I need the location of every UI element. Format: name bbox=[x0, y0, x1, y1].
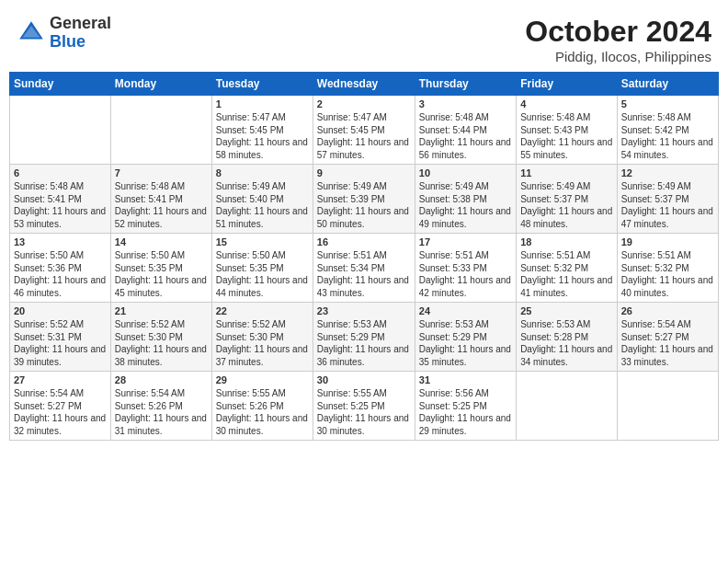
calendar-cell: 23Sunrise: 5:53 AM Sunset: 5:29 PM Dayli… bbox=[313, 303, 415, 372]
day-number: 3 bbox=[419, 98, 512, 109]
calendar-cell: 18Sunrise: 5:51 AM Sunset: 5:32 PM Dayli… bbox=[517, 234, 618, 303]
day-info: Sunrise: 5:48 AM Sunset: 5:43 PM Dayligh… bbox=[520, 111, 613, 161]
day-number: 18 bbox=[520, 236, 613, 247]
day-number: 31 bbox=[419, 374, 512, 385]
calendar-week-row: 20Sunrise: 5:52 AM Sunset: 5:31 PM Dayli… bbox=[10, 303, 719, 372]
day-number: 6 bbox=[14, 167, 107, 178]
calendar-cell: 10Sunrise: 5:49 AM Sunset: 5:38 PM Dayli… bbox=[415, 165, 516, 234]
logo: General Blue bbox=[17, 15, 111, 52]
day-number: 28 bbox=[115, 374, 208, 385]
day-number: 20 bbox=[14, 305, 107, 316]
calendar-cell bbox=[517, 372, 618, 441]
day-info: Sunrise: 5:55 AM Sunset: 5:26 PM Dayligh… bbox=[216, 387, 309, 437]
calendar-cell: 27Sunrise: 5:54 AM Sunset: 5:27 PM Dayli… bbox=[10, 372, 111, 441]
calendar-week-row: 1Sunrise: 5:47 AM Sunset: 5:45 PM Daylig… bbox=[10, 96, 719, 165]
calendar-cell: 22Sunrise: 5:52 AM Sunset: 5:30 PM Dayli… bbox=[211, 303, 313, 372]
day-number: 22 bbox=[216, 305, 309, 316]
page-header: General Blue October 2024 Piddig, Ilocos… bbox=[9, 9, 719, 64]
day-number: 23 bbox=[317, 305, 411, 316]
calendar-cell: 3Sunrise: 5:48 AM Sunset: 5:44 PM Daylig… bbox=[415, 96, 516, 165]
day-number: 10 bbox=[419, 167, 512, 178]
day-info: Sunrise: 5:55 AM Sunset: 5:25 PM Dayligh… bbox=[317, 387, 411, 437]
day-info: Sunrise: 5:51 AM Sunset: 5:33 PM Dayligh… bbox=[419, 249, 512, 299]
day-number: 27 bbox=[14, 374, 107, 385]
day-number: 1 bbox=[216, 98, 309, 109]
day-info: Sunrise: 5:54 AM Sunset: 5:27 PM Dayligh… bbox=[14, 387, 107, 437]
day-number: 15 bbox=[216, 236, 309, 247]
day-info: Sunrise: 5:51 AM Sunset: 5:34 PM Dayligh… bbox=[317, 249, 411, 299]
calendar-cell bbox=[617, 372, 718, 441]
day-number: 16 bbox=[317, 236, 411, 247]
day-info: Sunrise: 5:52 AM Sunset: 5:30 PM Dayligh… bbox=[216, 318, 309, 368]
calendar-cell: 8Sunrise: 5:49 AM Sunset: 5:40 PM Daylig… bbox=[211, 165, 313, 234]
title-block: October 2024 Piddig, Ilocos, Philippines bbox=[525, 15, 711, 64]
calendar-cell: 21Sunrise: 5:52 AM Sunset: 5:30 PM Dayli… bbox=[110, 303, 211, 372]
calendar-cell: 16Sunrise: 5:51 AM Sunset: 5:34 PM Dayli… bbox=[313, 234, 415, 303]
logo-general: General bbox=[50, 15, 111, 33]
day-info: Sunrise: 5:47 AM Sunset: 5:45 PM Dayligh… bbox=[317, 111, 411, 161]
day-header-tuesday: Tuesday bbox=[211, 73, 313, 96]
day-number: 13 bbox=[14, 236, 107, 247]
day-header-thursday: Thursday bbox=[415, 73, 516, 96]
day-info: Sunrise: 5:49 AM Sunset: 5:38 PM Dayligh… bbox=[419, 180, 512, 230]
day-number: 2 bbox=[317, 98, 411, 109]
day-info: Sunrise: 5:48 AM Sunset: 5:41 PM Dayligh… bbox=[115, 180, 208, 230]
day-info: Sunrise: 5:54 AM Sunset: 5:26 PM Dayligh… bbox=[115, 387, 208, 437]
day-number: 30 bbox=[317, 374, 411, 385]
logo-text: General Blue bbox=[50, 15, 111, 52]
day-header-wednesday: Wednesday bbox=[313, 73, 415, 96]
calendar-cell: 31Sunrise: 5:56 AM Sunset: 5:25 PM Dayli… bbox=[415, 372, 516, 441]
day-number: 25 bbox=[520, 305, 613, 316]
calendar-cell: 12Sunrise: 5:49 AM Sunset: 5:37 PM Dayli… bbox=[617, 165, 718, 234]
day-number: 11 bbox=[520, 167, 613, 178]
location: Piddig, Ilocos, Philippines bbox=[525, 49, 711, 64]
day-number: 29 bbox=[216, 374, 309, 385]
calendar-cell: 25Sunrise: 5:53 AM Sunset: 5:28 PM Dayli… bbox=[517, 303, 618, 372]
day-header-sunday: Sunday bbox=[10, 73, 111, 96]
calendar-cell: 20Sunrise: 5:52 AM Sunset: 5:31 PM Dayli… bbox=[10, 303, 111, 372]
calendar-cell: 17Sunrise: 5:51 AM Sunset: 5:33 PM Dayli… bbox=[415, 234, 516, 303]
day-info: Sunrise: 5:50 AM Sunset: 5:35 PM Dayligh… bbox=[115, 249, 208, 299]
logo-icon bbox=[17, 18, 46, 48]
calendar-cell: 11Sunrise: 5:49 AM Sunset: 5:37 PM Dayli… bbox=[517, 165, 618, 234]
month-title: October 2024 bbox=[525, 15, 711, 49]
day-info: Sunrise: 5:49 AM Sunset: 5:37 PM Dayligh… bbox=[520, 180, 613, 230]
day-header-monday: Monday bbox=[110, 73, 211, 96]
calendar-cell: 2Sunrise: 5:47 AM Sunset: 5:45 PM Daylig… bbox=[313, 96, 415, 165]
day-info: Sunrise: 5:47 AM Sunset: 5:45 PM Dayligh… bbox=[216, 111, 309, 161]
day-number: 12 bbox=[621, 167, 714, 178]
calendar-cell: 24Sunrise: 5:53 AM Sunset: 5:29 PM Dayli… bbox=[415, 303, 516, 372]
day-info: Sunrise: 5:49 AM Sunset: 5:37 PM Dayligh… bbox=[621, 180, 714, 230]
day-number: 21 bbox=[115, 305, 208, 316]
day-number: 9 bbox=[317, 167, 411, 178]
calendar-cell: 14Sunrise: 5:50 AM Sunset: 5:35 PM Dayli… bbox=[110, 234, 211, 303]
day-info: Sunrise: 5:50 AM Sunset: 5:35 PM Dayligh… bbox=[216, 249, 309, 299]
day-header-friday: Friday bbox=[517, 73, 618, 96]
calendar-week-row: 6Sunrise: 5:48 AM Sunset: 5:41 PM Daylig… bbox=[10, 165, 719, 234]
calendar-week-row: 13Sunrise: 5:50 AM Sunset: 5:36 PM Dayli… bbox=[10, 234, 719, 303]
day-number: 24 bbox=[419, 305, 512, 316]
calendar-cell bbox=[110, 96, 211, 165]
calendar-cell: 5Sunrise: 5:48 AM Sunset: 5:42 PM Daylig… bbox=[617, 96, 718, 165]
day-info: Sunrise: 5:53 AM Sunset: 5:28 PM Dayligh… bbox=[520, 318, 613, 368]
day-info: Sunrise: 5:51 AM Sunset: 5:32 PM Dayligh… bbox=[520, 249, 613, 299]
day-info: Sunrise: 5:49 AM Sunset: 5:40 PM Dayligh… bbox=[216, 180, 309, 230]
calendar-cell: 30Sunrise: 5:55 AM Sunset: 5:25 PM Dayli… bbox=[313, 372, 415, 441]
logo-blue: Blue bbox=[50, 33, 111, 52]
calendar-cell: 1Sunrise: 5:47 AM Sunset: 5:45 PM Daylig… bbox=[211, 96, 313, 165]
day-info: Sunrise: 5:52 AM Sunset: 5:31 PM Dayligh… bbox=[14, 318, 107, 368]
day-info: Sunrise: 5:49 AM Sunset: 5:39 PM Dayligh… bbox=[317, 180, 411, 230]
calendar-cell: 26Sunrise: 5:54 AM Sunset: 5:27 PM Dayli… bbox=[617, 303, 718, 372]
calendar-cell: 13Sunrise: 5:50 AM Sunset: 5:36 PM Dayli… bbox=[10, 234, 111, 303]
day-number: 8 bbox=[216, 167, 309, 178]
day-number: 19 bbox=[621, 236, 714, 247]
calendar-cell: 9Sunrise: 5:49 AM Sunset: 5:39 PM Daylig… bbox=[313, 165, 415, 234]
day-info: Sunrise: 5:54 AM Sunset: 5:27 PM Dayligh… bbox=[621, 318, 714, 368]
day-number: 17 bbox=[419, 236, 512, 247]
calendar-cell: 28Sunrise: 5:54 AM Sunset: 5:26 PM Dayli… bbox=[110, 372, 211, 441]
calendar-week-row: 27Sunrise: 5:54 AM Sunset: 5:27 PM Dayli… bbox=[10, 372, 719, 441]
day-number: 7 bbox=[115, 167, 208, 178]
calendar-header-row: SundayMondayTuesdayWednesdayThursdayFrid… bbox=[10, 73, 719, 96]
day-info: Sunrise: 5:48 AM Sunset: 5:41 PM Dayligh… bbox=[14, 180, 107, 230]
day-number: 5 bbox=[621, 98, 714, 109]
